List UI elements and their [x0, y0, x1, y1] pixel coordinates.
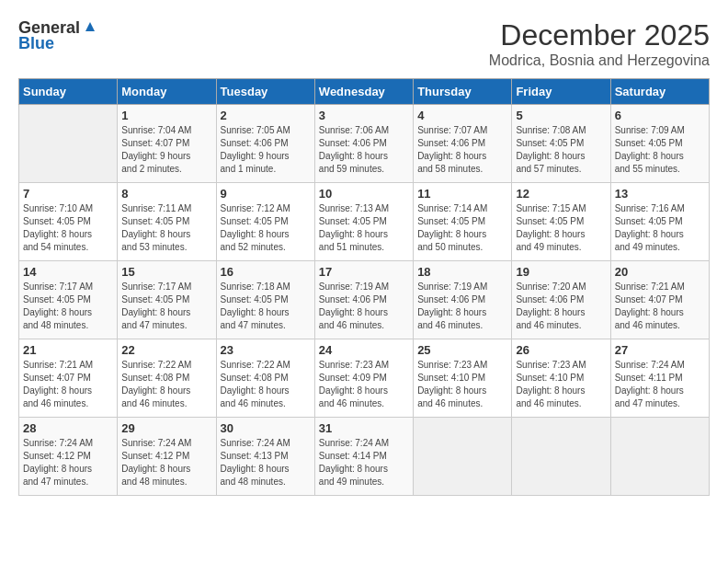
day-number: 11	[417, 187, 507, 201]
day-number: 3	[319, 109, 409, 122]
calendar-cell: 27Sunrise: 7:24 AM Sunset: 4:11 PM Dayli…	[610, 339, 709, 418]
day-number: 18	[417, 265, 507, 279]
calendar-cell: 22Sunrise: 7:22 AM Sunset: 4:08 PM Dayli…	[118, 339, 216, 418]
day-number: 26	[516, 343, 606, 357]
day-info: Sunrise: 7:24 AM Sunset: 4:12 PM Dayligh…	[121, 437, 211, 488]
day-info: Sunrise: 7:24 AM Sunset: 4:12 PM Dayligh…	[23, 437, 113, 488]
day-number: 28	[23, 421, 113, 435]
day-number: 17	[319, 265, 409, 279]
day-number: 1	[121, 109, 211, 122]
location-title: Modrica, Bosnia and Herzegovina	[489, 52, 710, 69]
calendar-cell: 15Sunrise: 7:17 AM Sunset: 4:05 PM Dayli…	[118, 261, 216, 339]
calendar-cell: 13Sunrise: 7:16 AM Sunset: 4:05 PM Dayli…	[610, 183, 709, 261]
calendar-cell: 23Sunrise: 7:22 AM Sunset: 4:08 PM Dayli…	[216, 339, 314, 418]
day-info: Sunrise: 7:15 AM Sunset: 4:05 PM Dayligh…	[516, 202, 606, 254]
title-section: December 2025 Modrica, Bosnia and Herzeg…	[489, 18, 710, 69]
calendar-cell: 6Sunrise: 7:09 AM Sunset: 4:05 PM Daylig…	[610, 105, 709, 183]
calendar-cell: 2Sunrise: 7:05 AM Sunset: 4:06 PM Daylig…	[216, 105, 314, 183]
logo-icon	[82, 18, 98, 35]
day-number: 21	[23, 343, 113, 357]
day-info: Sunrise: 7:21 AM Sunset: 4:07 PM Dayligh…	[23, 359, 113, 410]
day-number: 29	[121, 421, 211, 435]
day-number: 12	[516, 187, 606, 201]
day-number: 14	[23, 265, 113, 279]
calendar-cell: 17Sunrise: 7:19 AM Sunset: 4:06 PM Dayli…	[314, 261, 413, 339]
day-number: 4	[417, 109, 507, 122]
calendar-cell: 7Sunrise: 7:10 AM Sunset: 4:05 PM Daylig…	[19, 183, 118, 261]
calendar-week-row: 7Sunrise: 7:10 AM Sunset: 4:05 PM Daylig…	[19, 183, 710, 261]
weekday-header-monday: Monday	[118, 79, 216, 105]
day-number: 30	[221, 421, 311, 435]
day-info: Sunrise: 7:23 AM Sunset: 4:10 PM Dayligh…	[417, 359, 507, 410]
weekday-header-tuesday: Tuesday	[216, 79, 314, 105]
day-info: Sunrise: 7:16 AM Sunset: 4:05 PM Dayligh…	[615, 202, 705, 254]
day-info: Sunrise: 7:07 AM Sunset: 4:06 PM Dayligh…	[417, 124, 507, 176]
weekday-header-sunday: Sunday	[19, 79, 118, 105]
day-info: Sunrise: 7:24 AM Sunset: 4:13 PM Dayligh…	[221, 437, 311, 488]
weekday-header-friday: Friday	[512, 79, 610, 105]
day-number: 25	[417, 343, 507, 357]
day-number: 24	[319, 343, 409, 357]
day-info: Sunrise: 7:11 AM Sunset: 4:05 PM Dayligh…	[121, 202, 211, 254]
calendar-cell: 25Sunrise: 7:23 AM Sunset: 4:10 PM Dayli…	[414, 339, 512, 418]
day-info: Sunrise: 7:17 AM Sunset: 4:05 PM Dayligh…	[121, 281, 211, 332]
day-info: Sunrise: 7:23 AM Sunset: 4:10 PM Dayligh…	[516, 359, 606, 410]
calendar-week-row: 14Sunrise: 7:17 AM Sunset: 4:05 PM Dayli…	[19, 261, 710, 339]
day-number: 27	[615, 343, 705, 357]
day-number: 23	[221, 343, 311, 357]
logo-blue-text: Blue	[18, 34, 54, 53]
day-number: 13	[615, 187, 705, 201]
day-info: Sunrise: 7:05 AM Sunset: 4:06 PM Dayligh…	[221, 124, 311, 176]
weekday-header-row: SundayMondayTuesdayWednesdayThursdayFrid…	[19, 79, 710, 105]
calendar-cell: 3Sunrise: 7:06 AM Sunset: 4:06 PM Daylig…	[314, 105, 413, 183]
day-number: 6	[615, 109, 705, 122]
calendar-cell: 8Sunrise: 7:11 AM Sunset: 4:05 PM Daylig…	[118, 183, 216, 261]
calendar-cell	[512, 418, 610, 496]
svg-marker-0	[85, 22, 95, 31]
day-info: Sunrise: 7:12 AM Sunset: 4:05 PM Dayligh…	[221, 202, 311, 254]
calendar-cell: 28Sunrise: 7:24 AM Sunset: 4:12 PM Dayli…	[19, 418, 118, 496]
day-info: Sunrise: 7:17 AM Sunset: 4:05 PM Dayligh…	[23, 281, 113, 332]
day-info: Sunrise: 7:22 AM Sunset: 4:08 PM Dayligh…	[121, 359, 211, 410]
calendar-cell	[19, 105, 118, 183]
day-info: Sunrise: 7:06 AM Sunset: 4:06 PM Dayligh…	[319, 124, 409, 176]
day-info: Sunrise: 7:04 AM Sunset: 4:07 PM Dayligh…	[121, 124, 211, 176]
day-number: 2	[221, 109, 311, 122]
day-info: Sunrise: 7:08 AM Sunset: 4:05 PM Dayligh…	[516, 124, 606, 176]
calendar-cell: 30Sunrise: 7:24 AM Sunset: 4:13 PM Dayli…	[216, 418, 314, 496]
day-info: Sunrise: 7:23 AM Sunset: 4:09 PM Dayligh…	[319, 359, 409, 410]
calendar-cell: 16Sunrise: 7:18 AM Sunset: 4:05 PM Dayli…	[216, 261, 314, 339]
calendar-week-row: 21Sunrise: 7:21 AM Sunset: 4:07 PM Dayli…	[19, 339, 710, 418]
calendar-week-row: 28Sunrise: 7:24 AM Sunset: 4:12 PM Dayli…	[19, 418, 710, 496]
day-info: Sunrise: 7:18 AM Sunset: 4:05 PM Dayligh…	[221, 281, 311, 332]
day-number: 9	[221, 187, 311, 201]
calendar-cell	[414, 418, 512, 496]
calendar-cell: 4Sunrise: 7:07 AM Sunset: 4:06 PM Daylig…	[414, 105, 512, 183]
day-number: 22	[121, 343, 211, 357]
calendar-cell: 5Sunrise: 7:08 AM Sunset: 4:05 PM Daylig…	[512, 105, 610, 183]
calendar-cell: 19Sunrise: 7:20 AM Sunset: 4:06 PM Dayli…	[512, 261, 610, 339]
calendar-cell: 26Sunrise: 7:23 AM Sunset: 4:10 PM Dayli…	[512, 339, 610, 418]
weekday-header-saturday: Saturday	[610, 79, 709, 105]
month-title: December 2025	[489, 18, 710, 52]
day-info: Sunrise: 7:19 AM Sunset: 4:06 PM Dayligh…	[417, 281, 507, 332]
day-number: 7	[23, 187, 113, 201]
day-info: Sunrise: 7:21 AM Sunset: 4:07 PM Dayligh…	[615, 281, 705, 332]
day-info: Sunrise: 7:10 AM Sunset: 4:05 PM Dayligh…	[23, 202, 113, 254]
day-number: 31	[319, 421, 409, 435]
day-info: Sunrise: 7:09 AM Sunset: 4:05 PM Dayligh…	[615, 124, 705, 176]
day-number: 10	[319, 187, 409, 201]
day-number: 15	[121, 265, 211, 279]
weekday-header-wednesday: Wednesday	[314, 79, 413, 105]
calendar-cell: 12Sunrise: 7:15 AM Sunset: 4:05 PM Dayli…	[512, 183, 610, 261]
calendar-cell: 24Sunrise: 7:23 AM Sunset: 4:09 PM Dayli…	[314, 339, 413, 418]
weekday-header-thursday: Thursday	[414, 79, 512, 105]
logo: General Blue	[18, 18, 98, 53]
day-info: Sunrise: 7:24 AM Sunset: 4:11 PM Dayligh…	[615, 359, 705, 410]
calendar-cell: 10Sunrise: 7:13 AM Sunset: 4:05 PM Dayli…	[314, 183, 413, 261]
day-info: Sunrise: 7:22 AM Sunset: 4:08 PM Dayligh…	[221, 359, 311, 410]
day-info: Sunrise: 7:20 AM Sunset: 4:06 PM Dayligh…	[516, 281, 606, 332]
calendar-cell	[610, 418, 709, 496]
calendar-cell: 18Sunrise: 7:19 AM Sunset: 4:06 PM Dayli…	[414, 261, 512, 339]
page-header: General Blue December 2025 Modrica, Bosn…	[18, 18, 710, 69]
